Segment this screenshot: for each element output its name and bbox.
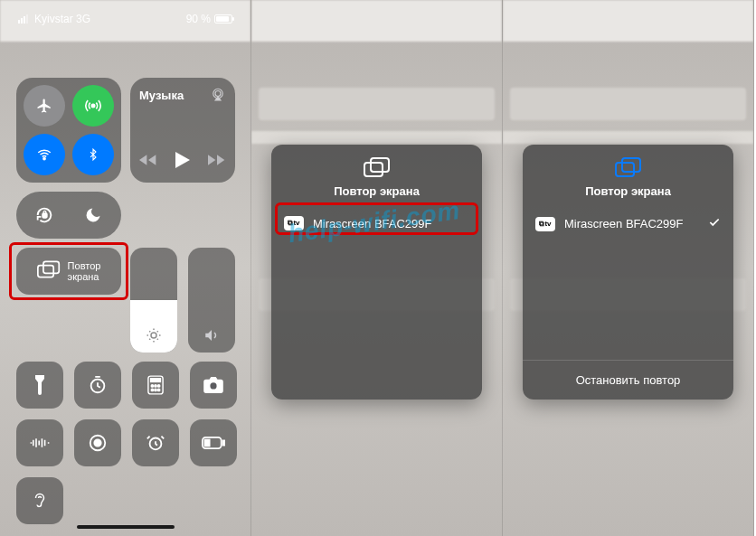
svg-point-15 [151, 385, 153, 387]
svg-rect-3 [26, 14, 28, 24]
screen-record-button[interactable] [74, 419, 121, 466]
carrier-label: Kyivstar 3G [34, 13, 90, 25]
screen-mirroring-button[interactable]: Повторэкрана [16, 248, 121, 295]
do-not-disturb-toggle[interactable] [72, 194, 114, 236]
screen-mirroring-icon [364, 168, 391, 183]
battery-icon [214, 14, 232, 24]
low-power-button[interactable] [190, 419, 237, 466]
svg-rect-10 [43, 261, 59, 273]
phone-mirror-connected: Повтор экрана ⧉tv Mirascreen BFAC299F Ос… [503, 0, 754, 536]
airplay-audio-icon[interactable] [210, 87, 226, 103]
svg-rect-31 [622, 158, 640, 172]
appletv-icon: ⧉tv [535, 217, 555, 231]
wifi-toggle[interactable] [24, 134, 65, 175]
svg-point-4 [91, 104, 94, 107]
svg-rect-1 [21, 18, 23, 24]
svg-rect-26 [222, 440, 224, 445]
svg-rect-14 [151, 379, 161, 382]
screen-mirroring-icon [37, 260, 61, 282]
svg-point-20 [157, 389, 159, 390]
status-bar: Kyivstar 3G 90 % [0, 9, 250, 60]
connectivity-group[interactable] [16, 78, 121, 183]
svg-rect-9 [37, 266, 52, 277]
volume-slider[interactable] [188, 248, 235, 353]
music-card[interactable]: Музыка [130, 78, 235, 183]
phone-mirror-select: Повтор экрана ⧉tv Mirascreen BFAC299F he… [251, 0, 503, 536]
svg-point-7 [215, 91, 221, 97]
svg-point-23 [94, 439, 100, 446]
signal-icon [18, 14, 31, 24]
popup-title: Повтор экрана [271, 184, 482, 198]
alarm-button[interactable] [132, 419, 179, 466]
voice-memo-button[interactable] [16, 419, 63, 466]
prev-track-icon[interactable] [139, 154, 157, 170]
svg-rect-2 [24, 16, 25, 24]
screen-mirroring-icon [615, 168, 642, 183]
lock-focus-group [16, 192, 121, 239]
bluetooth-toggle[interactable] [72, 134, 114, 175]
next-track-icon[interactable] [208, 154, 226, 170]
svg-rect-8 [43, 213, 47, 218]
checkmark-icon [708, 216, 721, 231]
device-name: Mirascreen BFAC299F [313, 217, 432, 230]
svg-point-5 [43, 157, 45, 159]
svg-point-19 [155, 389, 156, 390]
brightness-slider[interactable] [130, 248, 177, 353]
camera-button[interactable] [190, 362, 237, 409]
play-icon[interactable] [175, 152, 190, 172]
device-row-selected[interactable]: ⧉tv Mirascreen BFAC299F [523, 207, 733, 240]
device-name: Mirascreen BFAC299F [564, 217, 684, 230]
svg-point-18 [151, 389, 153, 390]
calculator-button[interactable] [132, 362, 179, 409]
phone-control-center: Kyivstar 3G 90 % М [0, 0, 251, 536]
device-row[interactable]: ⧉tv Mirascreen BFAC299F [271, 207, 482, 240]
stop-mirroring-button[interactable]: Остановить повтор [523, 360, 733, 400]
timer-button[interactable] [74, 362, 121, 409]
svg-point-17 [157, 385, 159, 387]
hearing-button[interactable] [16, 477, 63, 524]
svg-rect-0 [18, 20, 20, 24]
orientation-lock-toggle[interactable] [24, 194, 65, 236]
svg-rect-27 [204, 440, 209, 447]
svg-point-21 [210, 382, 216, 389]
svg-point-16 [155, 385, 156, 387]
appletv-icon: ⧉tv [284, 216, 304, 230]
mirror-popup-connected: Повтор экрана ⧉tv Mirascreen BFAC299F Ос… [523, 145, 733, 400]
popup-title: Повтор экрана [523, 184, 733, 198]
brightness-icon [130, 327, 177, 343]
svg-rect-30 [616, 163, 634, 176]
battery-pct: 90 % [186, 13, 211, 25]
cellular-toggle[interactable] [72, 85, 114, 127]
mirror-popup: Повтор экрана ⧉tv Mirascreen BFAC299F [271, 145, 482, 400]
svg-rect-28 [364, 163, 383, 176]
svg-point-11 [151, 333, 156, 338]
flashlight-button[interactable] [16, 362, 63, 409]
screen-mirroring-label: Повторэкрана [68, 260, 101, 282]
airplane-toggle[interactable] [24, 85, 65, 127]
svg-rect-29 [371, 158, 389, 172]
home-indicator[interactable] [77, 525, 175, 529]
